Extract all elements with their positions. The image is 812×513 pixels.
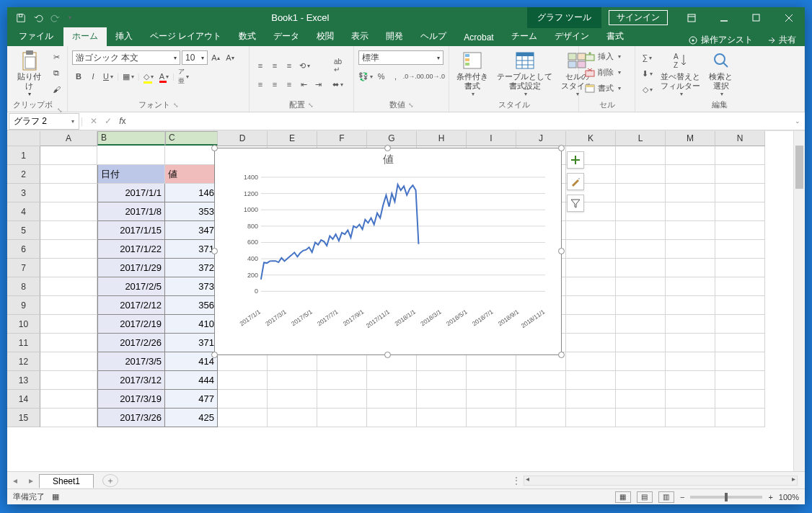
- resize-handle[interactable]: [558, 248, 565, 254]
- tab-chart-format[interactable]: 書式: [598, 27, 632, 46]
- normal-view-icon[interactable]: ▦: [615, 491, 631, 503]
- cell[interactable]: [715, 277, 765, 296]
- cell[interactable]: [616, 315, 666, 334]
- cell[interactable]: 2017/2/5: [97, 277, 165, 296]
- embedded-chart[interactable]: 値 02004006008001000120014002017/1/12017/…: [214, 148, 562, 355]
- indent-inc-icon[interactable]: ⇥: [312, 77, 325, 92]
- redo-icon[interactable]: [48, 10, 63, 26]
- cell[interactable]: [715, 371, 765, 390]
- share-button[interactable]: 共有: [766, 34, 796, 46]
- align-top-icon[interactable]: ≡: [254, 58, 267, 73]
- delete-cells-button[interactable]: 削除: [583, 65, 632, 79]
- tab-data[interactable]: データ: [265, 27, 308, 46]
- cell[interactable]: [40, 315, 97, 334]
- cell[interactable]: [40, 409, 97, 427]
- cell[interactable]: 2017/1/29: [97, 259, 165, 277]
- cell[interactable]: [715, 240, 765, 259]
- tab-review[interactable]: 校閲: [308, 27, 343, 46]
- cell[interactable]: [616, 240, 666, 259]
- ribbon-options-icon[interactable]: [675, 7, 707, 28]
- cell[interactable]: 2017/2/19: [97, 315, 165, 334]
- cell[interactable]: [268, 390, 317, 409]
- align-launcher-icon[interactable]: ⤡: [308, 102, 314, 109]
- resize-handle[interactable]: [558, 352, 565, 358]
- sign-in-button[interactable]: サインイン: [609, 10, 668, 25]
- row-header[interactable]: 10: [7, 315, 40, 334]
- cell[interactable]: [616, 259, 666, 277]
- chart-filters-button[interactable]: [567, 195, 584, 212]
- worksheet-grid[interactable]: ABCDEFGHIJKLMN 123456789101112131415 日付値…: [7, 130, 805, 471]
- column-header[interactable]: J: [516, 131, 566, 146]
- cell[interactable]: [566, 371, 616, 390]
- italic-button[interactable]: I: [87, 69, 100, 84]
- cell[interactable]: [317, 371, 367, 390]
- cell[interactable]: [566, 221, 616, 240]
- cell[interactable]: 2017/2/12: [97, 296, 165, 315]
- resize-handle[interactable]: [384, 352, 391, 358]
- cell[interactable]: [616, 221, 666, 240]
- cell[interactable]: [40, 165, 97, 184]
- cell[interactable]: [666, 390, 715, 409]
- cell[interactable]: [566, 296, 616, 315]
- tab-page-layout[interactable]: ページ レイアウト: [141, 27, 230, 46]
- shrink-font-icon[interactable]: A▾: [224, 50, 237, 65]
- find-select-button[interactable]: 検索と 選択: [706, 48, 736, 99]
- cell[interactable]: [616, 390, 666, 409]
- tell-me[interactable]: 操作アシスト: [688, 34, 753, 46]
- cell[interactable]: 値: [165, 165, 218, 184]
- cell[interactable]: 2017/3/12: [97, 371, 165, 390]
- row-header[interactable]: 12: [7, 352, 40, 371]
- wrap-text-button[interactable]: ab↵: [330, 58, 345, 73]
- cell[interactable]: 2017/1/1: [97, 184, 165, 202]
- tab-insert[interactable]: 挿入: [107, 27, 141, 46]
- column-header[interactable]: C: [165, 131, 218, 146]
- row-header[interactable]: 2: [7, 165, 40, 184]
- clear-icon[interactable]: ◇: [640, 82, 655, 97]
- cell[interactable]: [516, 390, 566, 409]
- align-center-icon[interactable]: ≡: [268, 77, 281, 92]
- maximize-icon[interactable]: [740, 7, 772, 28]
- paste-button[interactable]: 貼り付け▾: [12, 48, 47, 99]
- cell[interactable]: 373: [165, 277, 218, 296]
- align-bottom-icon[interactable]: ≡: [283, 58, 296, 73]
- select-all-corner[interactable]: [7, 131, 40, 146]
- cell[interactable]: [715, 202, 765, 221]
- row-header[interactable]: 14: [7, 390, 40, 409]
- sheet-tab[interactable]: Sheet1: [39, 474, 94, 488]
- format-cells-button[interactable]: 書式: [583, 81, 632, 95]
- row-header[interactable]: 13: [7, 371, 40, 390]
- undo-icon[interactable]: [30, 10, 46, 26]
- bold-button[interactable]: B: [72, 69, 85, 84]
- phonetic-icon[interactable]: ア亜: [176, 69, 191, 84]
- cell[interactable]: [715, 390, 765, 409]
- column-header[interactable]: K: [566, 131, 616, 146]
- resize-handle[interactable]: [558, 145, 565, 151]
- cell[interactable]: 2017/1/8: [97, 202, 165, 221]
- underline-button[interactable]: U: [101, 69, 115, 84]
- cell[interactable]: [467, 371, 516, 390]
- tab-view[interactable]: 表示: [343, 27, 377, 46]
- cell[interactable]: [666, 371, 715, 390]
- cell[interactable]: [40, 352, 97, 371]
- tab-help[interactable]: ヘルプ: [412, 27, 455, 46]
- minimize-icon[interactable]: [707, 7, 740, 28]
- column-header[interactable]: A: [40, 131, 97, 146]
- cell[interactable]: [715, 352, 765, 371]
- accounting-format-icon[interactable]: 💱: [358, 69, 374, 84]
- cell[interactable]: 347: [165, 221, 218, 240]
- autosum-icon[interactable]: ∑: [640, 50, 655, 65]
- cell[interactable]: [417, 371, 467, 390]
- tab-home[interactable]: ホーム: [63, 27, 107, 46]
- percent-icon[interactable]: %: [375, 69, 388, 84]
- cell[interactable]: [40, 390, 97, 409]
- cell[interactable]: [40, 259, 97, 277]
- cell[interactable]: [616, 184, 666, 202]
- cell[interactable]: [616, 296, 666, 315]
- fill-color-icon[interactable]: ◇: [141, 69, 156, 84]
- cell[interactable]: [367, 390, 417, 409]
- cell[interactable]: [566, 409, 616, 427]
- row-header[interactable]: 8: [7, 277, 40, 296]
- row-header[interactable]: 3: [7, 184, 40, 202]
- column-header[interactable]: D: [218, 131, 268, 146]
- cell[interactable]: [715, 184, 765, 202]
